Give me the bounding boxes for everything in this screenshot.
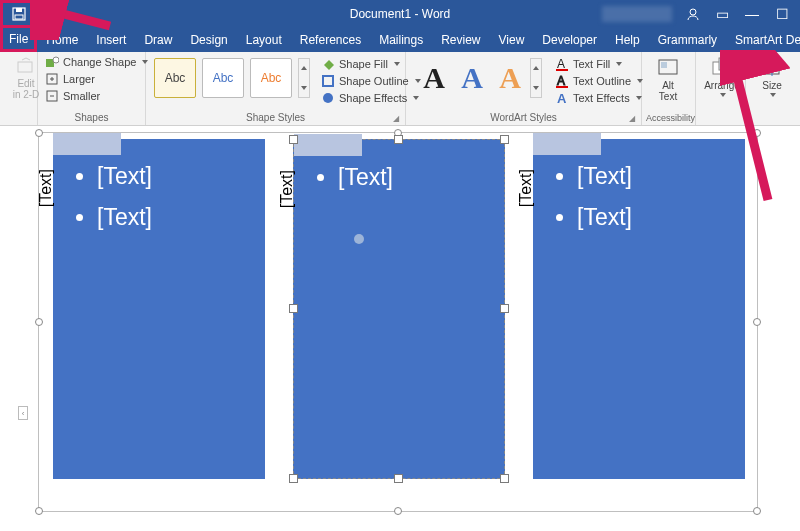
selection-handle[interactable] [394, 507, 402, 515]
change-shape-icon [45, 55, 59, 69]
shape-bullet[interactable]: [Text] [338, 164, 504, 191]
selection-handle[interactable] [35, 507, 43, 515]
tab-review[interactable]: Review [432, 28, 489, 52]
shape-style-gallery[interactable]: Abc Abc Abc [150, 54, 314, 102]
text-fill-button[interactable]: AText Fill [552, 56, 646, 72]
selection-handle[interactable] [394, 474, 403, 483]
accessibility-label: Accessibility [646, 113, 691, 125]
svg-rect-6 [18, 62, 32, 72]
maximize-button[interactable]: ☐ [774, 6, 790, 22]
larger-icon [45, 72, 59, 86]
shape-style-2[interactable]: Abc [202, 58, 244, 98]
svg-rect-24 [719, 58, 731, 70]
shapes-group-label: Shapes [42, 112, 141, 125]
selection-handle[interactable] [289, 304, 298, 313]
minimize-button[interactable]: — [744, 6, 760, 22]
account-name[interactable] [602, 6, 672, 22]
save-button[interactable] [0, 0, 38, 28]
tab-developer[interactable]: Developer [533, 28, 606, 52]
text-outline-button[interactable]: AText Outline [552, 73, 646, 89]
wordart-style-2[interactable]: A [454, 56, 490, 100]
tab-references[interactable]: References [291, 28, 370, 52]
shape-side-label[interactable]: [Text] [37, 169, 55, 207]
dialog-launcher-icon[interactable]: ◢ [393, 114, 399, 123]
text-outline-icon: A [555, 74, 569, 88]
svg-rect-1 [16, 8, 22, 12]
shape-tab [294, 134, 362, 156]
alt-text-icon [657, 56, 679, 78]
selection-handle[interactable] [753, 318, 761, 326]
shape-style-1[interactable]: Abc [154, 58, 196, 98]
wordart-style-3[interactable]: A [492, 56, 528, 100]
shape-tab [53, 133, 121, 155]
shape-effects-icon [321, 91, 335, 105]
tab-file[interactable]: File [0, 28, 37, 52]
tab-design[interactable]: Design [181, 28, 236, 52]
selection-handle[interactable] [35, 318, 43, 326]
selection-handle[interactable] [289, 474, 298, 483]
svg-rect-2 [15, 15, 23, 19]
selection-handle[interactable] [753, 507, 761, 515]
wordart-gallery[interactable]: A A A [410, 54, 548, 102]
ribbon: Edit in 2-D Change Shape Larger Smaller … [0, 52, 800, 126]
svg-point-3 [690, 9, 696, 15]
smaller-icon [45, 89, 59, 103]
document-area[interactable]: ‹ [Text] [Text] [Text] [Text] [Text] [0, 126, 800, 531]
selection-handle[interactable] [500, 304, 509, 313]
tab-grammarly[interactable]: Grammarly [649, 28, 726, 52]
arrange-button[interactable]: Arrange [700, 54, 744, 99]
svg-point-15 [323, 93, 333, 103]
smartart-shape-2[interactable]: [Text] [Text] [293, 139, 505, 479]
tab-view[interactable]: View [490, 28, 534, 52]
selection-handle[interactable] [289, 135, 298, 144]
tab-layout[interactable]: Layout [237, 28, 291, 52]
shape-side-label[interactable]: [Text] [517, 169, 535, 207]
wordart-style-1[interactable]: A [416, 56, 452, 100]
smaller-button[interactable]: Smaller [42, 88, 151, 104]
shape-side-label[interactable]: [Text] [278, 170, 296, 208]
tab-home[interactable]: Home [37, 28, 87, 52]
shape-bullet[interactable]: [Text] [577, 163, 745, 190]
ribbon-tabs: File Home Insert Draw Design Layout Refe… [0, 28, 800, 52]
tab-mailings[interactable]: Mailings [370, 28, 432, 52]
selection-handle[interactable] [753, 129, 761, 137]
alt-text-button[interactable]: Alt Text [646, 54, 690, 104]
size-button[interactable]: Size [750, 54, 794, 99]
svg-rect-17 [556, 69, 568, 71]
gallery-more-icon[interactable] [298, 58, 310, 98]
shape-tab [533, 133, 601, 155]
tab-draw[interactable]: Draw [135, 28, 181, 52]
text-effects-icon: A [555, 91, 569, 105]
smartart-shape-1[interactable]: [Text] [Text] [Text] [53, 139, 265, 479]
shape-bullet[interactable]: [Text] [97, 163, 265, 190]
change-shape-button[interactable]: Change Shape [42, 54, 151, 70]
svg-rect-22 [661, 62, 667, 68]
larger-button[interactable]: Larger [42, 71, 151, 87]
account-icon[interactable] [686, 7, 700, 21]
shape-style-3[interactable]: Abc [250, 58, 292, 98]
smartart-group[interactable]: [Text] [Text] [Text] [Text] [Text] [38, 132, 758, 512]
ribbon-options-button[interactable]: ▭ [714, 6, 730, 22]
svg-rect-14 [323, 76, 333, 86]
text-fill-icon: A [555, 57, 569, 71]
text-effects-button[interactable]: AText Effects [552, 90, 646, 106]
shape-outline-icon [321, 74, 335, 88]
edit-2d-icon [16, 56, 36, 76]
shape-bullet[interactable]: [Text] [577, 204, 745, 231]
svg-text:A: A [557, 57, 565, 71]
document-title: Document1 - Word [350, 7, 450, 21]
shape-bullet[interactable]: [Text] [97, 204, 265, 231]
dialog-launcher-icon[interactable]: ◢ [629, 114, 635, 123]
wordart-more-icon[interactable] [530, 58, 542, 98]
selection-handle[interactable] [500, 135, 509, 144]
svg-text:A: A [557, 91, 567, 105]
tab-help[interactable]: Help [606, 28, 649, 52]
selection-handle[interactable] [35, 129, 43, 137]
tab-smartart-design[interactable]: SmartArt Design [726, 28, 800, 52]
wordart-styles-label: WordArt Styles◢ [410, 112, 637, 125]
svg-rect-19 [556, 86, 568, 88]
selection-handle[interactable] [500, 474, 509, 483]
smartart-shape-3[interactable]: [Text] [Text] [Text] [533, 139, 745, 479]
tab-insert[interactable]: Insert [87, 28, 135, 52]
selection-handle[interactable] [394, 135, 403, 144]
